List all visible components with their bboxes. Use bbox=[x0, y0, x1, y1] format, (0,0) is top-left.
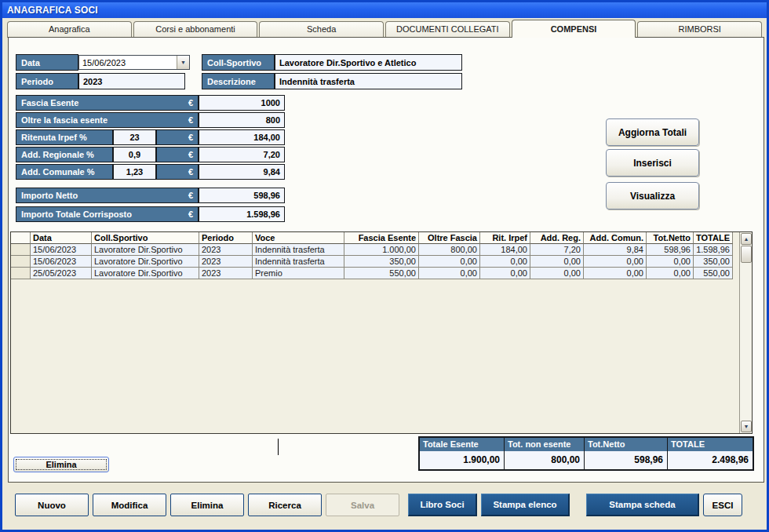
cell-data: 25/05/2023 bbox=[31, 268, 92, 279]
col-data[interactable]: Data bbox=[31, 232, 92, 244]
add-regionale-label: Add. Regionale % bbox=[16, 147, 113, 162]
tab-documenti-collegati[interactable]: DOCUMENTI COLLEGATI bbox=[385, 21, 510, 38]
col-periodo[interactable]: Periodo bbox=[199, 232, 253, 244]
fascia-esente-label: Fascia Esente€ bbox=[16, 95, 199, 111]
col-oltre-fascia[interactable]: Oltre Fascia bbox=[419, 232, 480, 244]
cell-totnetto: 0,00 bbox=[647, 256, 694, 268]
libro-soci-button[interactable]: Libro Soci bbox=[408, 494, 477, 516]
cell-rit: 0,00 bbox=[480, 256, 530, 268]
tot-netto-value: 598,96 bbox=[585, 451, 668, 469]
cell-fascia: 350,00 bbox=[344, 256, 419, 268]
tab-scheda[interactable]: Scheda bbox=[259, 21, 384, 38]
cell-rit: 184,00 bbox=[480, 244, 530, 256]
tab-corsi-abbonamenti[interactable]: Corsi e abbonamenti bbox=[133, 21, 258, 38]
oltre-fascia-field[interactable]: 800 bbox=[199, 112, 285, 128]
table-row[interactable]: 15/06/2023 Lavoratore Dir.Sportivo 2023 … bbox=[11, 256, 752, 268]
col-add-reg[interactable]: Add. Reg. bbox=[530, 232, 584, 244]
cell-fascia: 1.000,00 bbox=[344, 244, 419, 256]
col-tot-netto[interactable]: Tot.Netto bbox=[647, 232, 694, 244]
text-caret bbox=[278, 439, 279, 455]
col-totale[interactable]: TOTALE bbox=[694, 232, 733, 244]
euro-sign: € bbox=[188, 98, 193, 107]
visualizza-button[interactable]: Visualizza bbox=[606, 182, 699, 210]
esci-button[interactable]: ESCI bbox=[703, 494, 742, 516]
nuovo-button[interactable]: Nuovo bbox=[15, 494, 89, 516]
add-regionale-pct-field[interactable]: 0,9 bbox=[113, 147, 156, 162]
tab-rimborsi[interactable]: RIMBORSI bbox=[637, 21, 762, 38]
grid-vertical-scrollbar[interactable]: ▲ ▼ bbox=[739, 232, 752, 433]
aggiorna-totali-button[interactable]: Aggiorna Totali bbox=[606, 118, 699, 146]
stampa-elenco-button[interactable]: Stampa elenco bbox=[481, 494, 570, 516]
scrollbar-thumb[interactable] bbox=[741, 246, 752, 263]
col-fascia-esente[interactable]: Fascia Esente bbox=[344, 232, 419, 244]
cell-periodo: 2023 bbox=[199, 244, 253, 256]
scroll-down-icon[interactable]: ▼ bbox=[741, 421, 752, 432]
col-rit-irpef[interactable]: Rit. Irpef bbox=[480, 232, 530, 244]
stampa-scheda-button[interactable]: Stampa scheda bbox=[586, 494, 699, 516]
ritenuta-irpef-field[interactable]: 184,00 bbox=[199, 129, 285, 145]
fascia-esente-field[interactable]: 1000 bbox=[199, 95, 285, 111]
euro-sign: € bbox=[188, 150, 193, 159]
cell-voce: Indennità trasferta bbox=[253, 256, 344, 268]
row-selector[interactable] bbox=[11, 256, 31, 268]
cell-totale: 1.598,96 bbox=[694, 244, 733, 256]
importo-totale-field: 1.598,96 bbox=[199, 206, 285, 222]
col-coll-sportivo[interactable]: Coll.Sportivo bbox=[92, 232, 199, 244]
euro-sign: € bbox=[188, 115, 193, 125]
chevron-down-icon[interactable]: ▼ bbox=[177, 56, 189, 69]
cell-addreg: 0,00 bbox=[530, 256, 584, 268]
row-selector[interactable] bbox=[11, 268, 31, 279]
add-regionale-field[interactable]: 7,20 bbox=[199, 147, 285, 162]
coll-sportivo-field[interactable]: Lavoratore Dir.Sportivo e Atletico bbox=[275, 54, 462, 71]
euro-sign: € bbox=[188, 210, 193, 219]
descrizione-field[interactable]: Indennità trasferta bbox=[275, 73, 462, 89]
oltre-fascia-label: Oltre la fascia esente€ bbox=[16, 112, 199, 128]
ricerca-button[interactable]: Ricerca bbox=[248, 494, 322, 516]
totale-esente-value: 1.900,00 bbox=[420, 451, 505, 469]
euro-sign: € bbox=[188, 191, 193, 200]
cell-data: 15/06/2023 bbox=[31, 244, 92, 256]
cell-fascia: 550,00 bbox=[344, 268, 419, 279]
cell-addcom: 0,00 bbox=[584, 256, 647, 268]
tab-anagrafica[interactable]: Anagrafica bbox=[7, 21, 132, 38]
inserisci-button[interactable]: Inserisci bbox=[606, 149, 699, 177]
add-comunale-label: Add. Comunale % bbox=[16, 164, 113, 180]
cell-oltre: 0,00 bbox=[419, 256, 480, 268]
periodo-field[interactable]: 2023 bbox=[78, 73, 185, 89]
add-regionale-euro-label: € bbox=[156, 147, 199, 162]
table-row[interactable]: 25/05/2023 Lavoratore Dir.Sportivo 2023 … bbox=[11, 268, 752, 279]
modifica-button[interactable]: Modifica bbox=[93, 494, 166, 516]
add-comunale-euro-label: € bbox=[156, 164, 199, 180]
compensi-grid: Data Coll.Sportivo Periodo Voce Fascia E… bbox=[10, 231, 753, 434]
table-row[interactable]: 15/06/2023 Lavoratore Dir.Sportivo 2023 … bbox=[11, 244, 752, 256]
tot-non-esente-header: Tot. non esente bbox=[505, 438, 585, 451]
col-add-comun[interactable]: Add. Comun. bbox=[584, 232, 647, 244]
cell-coll: Lavoratore Dir.Sportivo bbox=[92, 256, 199, 268]
add-comunale-pct-field[interactable]: 1,23 bbox=[113, 164, 156, 180]
data-date-value: 15/06/2023 bbox=[79, 58, 177, 67]
compensi-tab-panel: Data 15/06/2023 ▼ Coll-Sportivo Lavorato… bbox=[8, 37, 764, 483]
grid-header-row: Data Coll.Sportivo Periodo Voce Fascia E… bbox=[11, 232, 752, 244]
cell-addreg: 7,20 bbox=[530, 244, 584, 256]
cell-totale: 550,00 bbox=[694, 268, 733, 279]
add-comunale-field[interactable]: 9,84 bbox=[199, 164, 285, 180]
elimina-row-button[interactable]: Elimina bbox=[13, 457, 109, 472]
totale-esente-header: Totale Esente bbox=[420, 438, 505, 451]
ritenuta-irpef-label: Ritenuta Irpef % bbox=[16, 129, 113, 145]
cell-coll: Lavoratore Dir.Sportivo bbox=[92, 244, 199, 256]
importo-netto-label: Importo Netto€ bbox=[16, 188, 199, 203]
row-selector[interactable] bbox=[11, 244, 31, 256]
window-title: ANAGRAFICA SOCI bbox=[2, 2, 767, 18]
scroll-up-icon[interactable]: ▲ bbox=[741, 233, 752, 245]
col-voce[interactable]: Voce bbox=[253, 232, 344, 244]
grid-selector-header bbox=[11, 232, 31, 244]
ritenuta-irpef-pct-field[interactable]: 23 bbox=[113, 129, 156, 145]
elimina-button[interactable]: Elimina bbox=[170, 494, 244, 516]
cell-periodo: 2023 bbox=[199, 268, 253, 279]
cell-rit: 0,00 bbox=[480, 268, 530, 279]
cell-addcom: 9,84 bbox=[584, 244, 647, 256]
euro-sign: € bbox=[188, 133, 193, 142]
tab-compensi[interactable]: COMPENSI bbox=[512, 20, 636, 38]
data-date-combobox[interactable]: 15/06/2023 ▼ bbox=[78, 55, 190, 70]
salva-button: Salva bbox=[326, 494, 399, 516]
